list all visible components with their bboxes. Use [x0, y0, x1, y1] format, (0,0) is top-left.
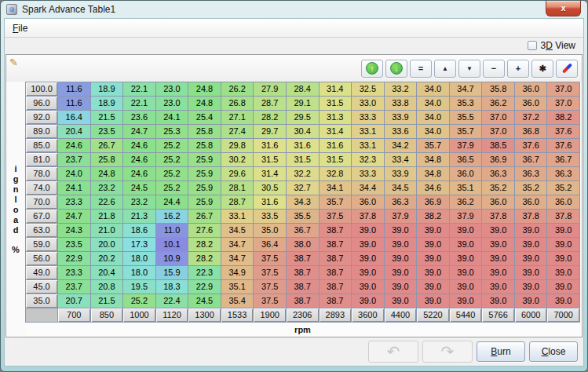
- table-cell[interactable]: 36.7: [515, 153, 547, 166]
- table-cell[interactable]: 35.5: [287, 210, 319, 223]
- increase-all-button[interactable]: ↑: [361, 60, 383, 78]
- menu-file[interactable]: File: [6, 20, 34, 36]
- table-cell[interactable]: 25.2: [156, 167, 188, 181]
- table-cell[interactable]: 22.6: [91, 195, 123, 209]
- table-cell[interactable]: 25.9: [188, 167, 221, 181]
- row-header-load[interactable]: 67.0: [26, 210, 57, 223]
- table-cell[interactable]: 35.4: [221, 294, 254, 308]
- table-cell[interactable]: 39.0: [450, 238, 482, 251]
- table-cell[interactable]: 34.7: [450, 82, 482, 96]
- table-cell[interactable]: 39.0: [547, 238, 579, 251]
- row-header-load[interactable]: 100.0: [26, 82, 57, 96]
- table-cell[interactable]: 34.2: [385, 139, 417, 152]
- table-cell[interactable]: 39.0: [515, 224, 547, 237]
- table-cell[interactable]: 35.2: [547, 181, 579, 195]
- undo-button[interactable]: ↶: [368, 341, 418, 363]
- table-cell[interactable]: 34.8: [417, 167, 449, 181]
- table-cell[interactable]: 25.2: [123, 294, 155, 308]
- table-cell[interactable]: 33.5: [254, 210, 286, 223]
- table-cell[interactable]: 35.7: [450, 125, 482, 138]
- table-cell[interactable]: 27.6: [188, 224, 221, 237]
- table-cell[interactable]: 28.4: [287, 82, 319, 96]
- 3d-view-toggle[interactable]: 3D View: [528, 40, 576, 51]
- table-cell[interactable]: 34.4: [352, 181, 384, 195]
- table-cell[interactable]: 37.8: [547, 210, 579, 223]
- table-cell[interactable]: 39.0: [482, 252, 514, 265]
- table-cell[interactable]: 21.5: [91, 294, 123, 308]
- table-cell[interactable]: 39.0: [450, 252, 482, 265]
- table-cell[interactable]: 29.7: [254, 125, 286, 138]
- table-cell[interactable]: 39.0: [450, 294, 482, 308]
- table-cell[interactable]: 32.2: [287, 167, 319, 181]
- table-cell[interactable]: 37.9: [450, 210, 482, 223]
- table-cell[interactable]: 39.0: [547, 224, 579, 237]
- table-cell[interactable]: 33.3: [352, 167, 384, 181]
- table-cell[interactable]: 28.2: [188, 238, 221, 251]
- table-cell[interactable]: 24.6: [123, 167, 155, 181]
- table-cell[interactable]: 25.9: [188, 195, 221, 209]
- table-cell[interactable]: 39.0: [417, 294, 449, 308]
- table-cell[interactable]: 29.1: [287, 97, 319, 110]
- table-cell[interactable]: 20.7: [58, 294, 90, 308]
- multiply-button[interactable]: ✱: [531, 60, 553, 78]
- table-cell[interactable]: 39.0: [417, 280, 449, 294]
- table-cell[interactable]: 26.7: [91, 139, 123, 152]
- table-cell[interactable]: 36.9: [482, 153, 514, 166]
- table-cell[interactable]: 37.5: [254, 252, 286, 265]
- table-cell[interactable]: 30.2: [221, 153, 254, 166]
- table-cell[interactable]: 24.6: [123, 153, 155, 166]
- table-cell[interactable]: 36.0: [515, 82, 547, 96]
- table-cell[interactable]: 33.1: [221, 210, 254, 223]
- table-cell[interactable]: 39.0: [450, 266, 482, 279]
- table-cell[interactable]: 36.4: [254, 238, 286, 251]
- table-cell[interactable]: 31.6: [320, 139, 352, 152]
- table-cell[interactable]: 18.9: [91, 82, 123, 96]
- table-cell[interactable]: 11.6: [58, 97, 90, 110]
- table-cell[interactable]: 25.8: [188, 139, 221, 152]
- table-cell[interactable]: 38.2: [547, 111, 579, 124]
- table-cell[interactable]: 39.0: [352, 252, 384, 265]
- table-cell[interactable]: 38.7: [320, 280, 352, 294]
- table-cell[interactable]: 23.7: [58, 153, 90, 166]
- table-cell[interactable]: 21.0: [91, 224, 123, 237]
- table-cell[interactable]: 39.0: [385, 252, 417, 265]
- row-header-load[interactable]: 35.0: [26, 294, 57, 308]
- table-cell[interactable]: 39.0: [515, 266, 547, 279]
- table-cell[interactable]: 38.7: [320, 294, 352, 308]
- table-cell[interactable]: 33.2: [385, 82, 417, 96]
- table-cell[interactable]: 36.9: [417, 195, 449, 209]
- table-cell[interactable]: 33.9: [385, 167, 417, 181]
- row-header-load[interactable]: 81.0: [26, 153, 57, 166]
- table-cell[interactable]: 39.0: [547, 266, 579, 279]
- table-cell[interactable]: 23.5: [91, 125, 123, 138]
- table-cell[interactable]: 23.3: [58, 195, 90, 209]
- table-cell[interactable]: 28.7: [254, 97, 286, 110]
- table-cell[interactable]: 25.3: [156, 125, 188, 138]
- table-cell[interactable]: 23.0: [156, 97, 188, 110]
- title-bar[interactable]: Spark Advance Table1: [1, 1, 587, 18]
- table-cell[interactable]: 36.2: [482, 97, 514, 110]
- table-cell[interactable]: 32.3: [352, 153, 384, 166]
- table-cell[interactable]: 37.0: [482, 111, 514, 124]
- table-cell[interactable]: 26.7: [188, 210, 221, 223]
- table-cell[interactable]: 37.9: [450, 139, 482, 152]
- table-cell[interactable]: 32.8: [320, 167, 352, 181]
- table-cell[interactable]: 36.0: [352, 195, 384, 209]
- column-header-rpm[interactable]: 1000: [123, 308, 155, 322]
- table-cell[interactable]: 38.7: [320, 252, 352, 265]
- table-cell[interactable]: 22.9: [188, 280, 221, 294]
- table-cell[interactable]: 36.0: [482, 195, 514, 209]
- table-cell[interactable]: 33.9: [385, 111, 417, 124]
- table-cell[interactable]: 36.3: [482, 167, 514, 181]
- decrease-all-button[interactable]: ↓: [385, 60, 407, 78]
- table-cell[interactable]: 39.0: [547, 252, 579, 265]
- table-cell[interactable]: 24.8: [188, 97, 221, 110]
- table-cell[interactable]: 31.6: [254, 195, 286, 209]
- burn-button[interactable]: Burn: [477, 341, 525, 362]
- table-cell[interactable]: 28.2: [254, 111, 286, 124]
- table-cell[interactable]: 39.0: [352, 238, 384, 251]
- table-cell[interactable]: 19.5: [123, 280, 155, 294]
- table-cell[interactable]: 35.7: [417, 139, 449, 152]
- table-cell[interactable]: 34.5: [221, 224, 254, 237]
- table-cell[interactable]: 39.0: [417, 252, 449, 265]
